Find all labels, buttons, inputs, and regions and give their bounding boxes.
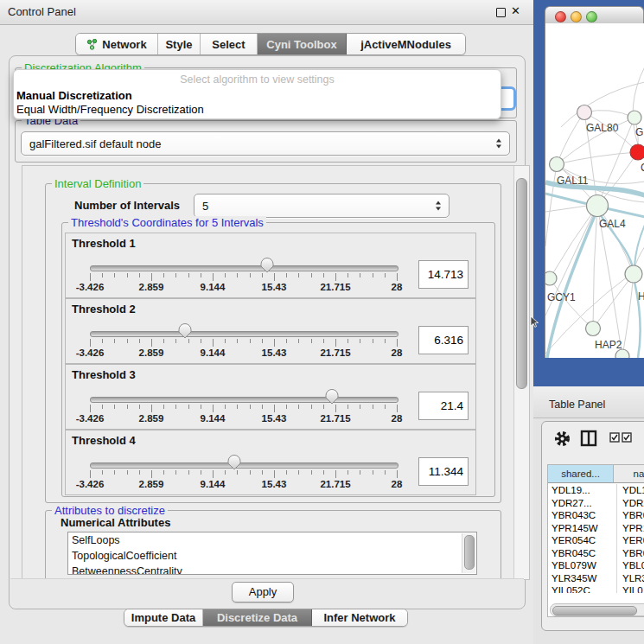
table-cell[interactable]: YBR043C <box>548 509 617 522</box>
slider-track[interactable] <box>90 462 399 469</box>
threshold-value-field[interactable]: 14.713 <box>418 260 469 289</box>
slider-tick <box>397 405 398 412</box>
columns-icon[interactable] <box>580 430 597 447</box>
table-row[interactable]: YBR045CYBR0 <box>548 547 644 560</box>
apply-button[interactable]: Apply <box>232 582 294 603</box>
slider-track[interactable] <box>90 265 399 271</box>
select-columns-checkboxes-icon[interactable] <box>609 432 634 443</box>
threshold-value-field[interactable]: 6.316 <box>418 326 469 354</box>
table-cell[interactable]: YPR145W <box>548 522 617 535</box>
num-intervals-combo[interactable]: 5 <box>194 194 450 218</box>
table-cell[interactable]: YIL0 <box>617 584 644 593</box>
table-row[interactable]: YDL19...YDL1 <box>548 484 644 497</box>
network-node[interactable] <box>628 111 641 124</box>
attributes-group-title: Attributes to discretize <box>52 504 168 517</box>
list-scrollbar-thumb[interactable] <box>464 535 475 570</box>
slider-thumb[interactable] <box>227 455 241 470</box>
table-row[interactable]: YLR345WYLR3 <box>548 572 644 585</box>
tick-label: 21.715 <box>320 413 350 424</box>
network-node[interactable] <box>577 105 592 120</box>
tab-cyni-toolbox[interactable]: Cyni Toolbox <box>258 34 347 54</box>
panel-scrollbar[interactable] <box>513 166 529 579</box>
table-toolbar <box>542 422 644 462</box>
slider-tick <box>311 273 312 277</box>
table-panel-title: Table Panel <box>549 399 605 411</box>
slider-track[interactable] <box>90 331 399 337</box>
attribute-item-betweennesscentrality[interactable]: BetweennessCentrality <box>68 564 476 575</box>
table-cell[interactable]: YDR2 <box>617 497 644 510</box>
slider-tick <box>213 470 214 478</box>
list-scrollbar[interactable] <box>462 533 475 573</box>
float-window-icon[interactable] <box>496 8 506 17</box>
table-row[interactable]: YIL052CYIL0 <box>548 584 644 593</box>
tab-style[interactable]: Style <box>158 34 201 54</box>
close-traffic-light[interactable] <box>555 11 566 22</box>
table-cell[interactable]: YDL19... <box>548 484 617 497</box>
table-row[interactable]: YER054CYER0 <box>548 534 644 547</box>
table-cell[interactable]: YPR1 <box>617 522 644 535</box>
panel-scrollbar-thumb[interactable] <box>516 178 527 389</box>
tab-infer-network[interactable]: Infer Network <box>312 609 407 626</box>
tab-network[interactable]: Network <box>76 34 158 54</box>
slider-tick <box>139 273 140 277</box>
column-header-name[interactable]: name <box>614 465 644 483</box>
tab-impute-data[interactable]: Impute Data <box>124 609 203 626</box>
bottom-tab-bar: Impute DataDiscretize DataInfer Network <box>124 609 408 627</box>
table-data-combo[interactable]: galFiltered.sif default node <box>21 131 510 156</box>
threshold-value-field[interactable]: 11.344 <box>418 457 469 486</box>
network-node[interactable] <box>545 271 557 285</box>
table-cell[interactable]: YBR0 <box>617 547 644 560</box>
slider-tick <box>348 405 348 409</box>
table-cell[interactable]: YIL052C <box>548 584 617 593</box>
network-node[interactable] <box>586 322 601 336</box>
network-node[interactable] <box>630 144 644 160</box>
slider-tick <box>237 470 238 475</box>
network-edge <box>545 206 587 212</box>
network-node[interactable] <box>625 265 642 283</box>
slider-tick <box>114 405 115 409</box>
table-cell[interactable]: YER054C <box>548 534 617 547</box>
algorithm-option-manual-discretization[interactable]: Manual Discretization <box>16 89 132 102</box>
threshold-value-field[interactable]: 21.4 <box>418 392 469 420</box>
table-row[interactable]: YDR27...YDR2 <box>548 497 644 510</box>
column-header-shared[interactable]: shared... <box>548 465 614 483</box>
table-cell[interactable]: YDR27... <box>548 497 617 510</box>
attribute-item-selfloops[interactable]: SelfLoops <box>68 532 476 548</box>
numerical-attributes-label: Numerical Attributes <box>61 516 170 529</box>
attribute-item-topologicalcoefficient[interactable]: TopologicalCoefficient <box>68 548 476 564</box>
slider-tick <box>188 470 189 475</box>
table-cell[interactable]: YER0 <box>617 534 644 547</box>
algorithm-option-equal-width-frequency-discretization[interactable]: Equal Width/Frequency Discretization <box>16 103 204 116</box>
tab-discretize-data[interactable]: Discretize Data <box>203 609 312 626</box>
gear-icon[interactable] <box>554 430 571 447</box>
attribute-list: SelfLoopsTopologicalCoefficientBetweenne… <box>67 532 477 575</box>
table-cell[interactable]: YBR0 <box>617 509 644 522</box>
table-cell[interactable]: YDL1 <box>617 484 644 497</box>
network-node[interactable] <box>550 157 564 172</box>
table-cell[interactable]: YLR345W <box>548 572 617 585</box>
table-cell[interactable]: YLR3 <box>617 572 644 585</box>
slider-tick <box>151 405 152 412</box>
minimize-traffic-light[interactable] <box>571 11 582 22</box>
slider-track[interactable] <box>90 397 399 403</box>
slider-thumb[interactable] <box>178 323 192 339</box>
slider-tick <box>151 273 152 281</box>
zoom-traffic-light[interactable] <box>586 11 597 22</box>
table-cell[interactable]: YBR045C <box>548 547 617 560</box>
table-cell[interactable]: YBL0 <box>617 559 644 572</box>
table-cell[interactable]: YBL079W <box>548 559 617 572</box>
network-canvas[interactable]: GAL80G.CGAL11GAL4GCY1HHAP2 <box>545 23 644 358</box>
tab-jactivemnodules[interactable]: jActiveMNodules <box>347 34 465 54</box>
table-row[interactable]: YPR145WYPR1 <box>548 522 644 535</box>
table-row[interactable]: YBL079WYBL0 <box>548 559 644 572</box>
table-row[interactable]: YBR043CYBR0 <box>548 509 644 522</box>
slider-tick-labels: -3.4262.8599.14415.4321.71528 <box>90 413 397 424</box>
table-hscrollbar[interactable] <box>550 603 644 616</box>
network-node[interactable] <box>587 195 609 217</box>
close-icon[interactable]: ✕ <box>511 4 520 17</box>
tab-select[interactable]: Select <box>201 34 258 54</box>
table-hscrollbar-thumb[interactable] <box>552 606 637 615</box>
tick-label: -3.426 <box>76 348 105 358</box>
slider-thumb[interactable] <box>260 258 274 273</box>
slider-thumb[interactable] <box>325 389 339 405</box>
